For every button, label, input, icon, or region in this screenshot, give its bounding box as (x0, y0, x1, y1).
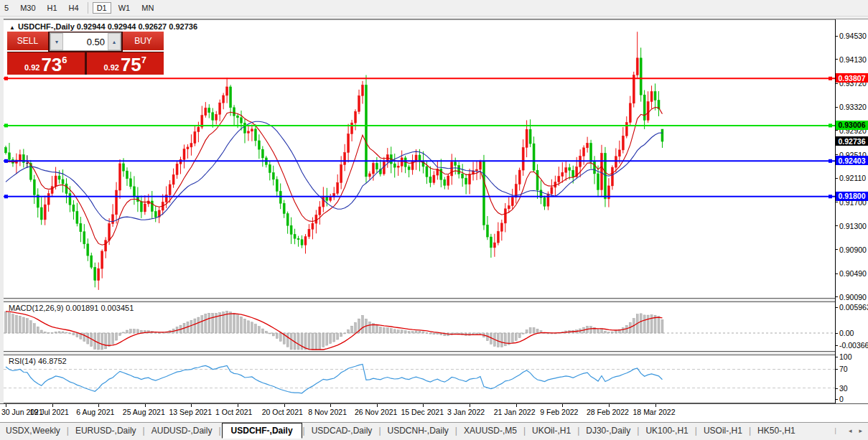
macd-histogram-bar (87, 333, 89, 344)
macd-histogram-bar (386, 328, 388, 333)
price-axis-tick: 0.91300 (839, 222, 867, 230)
hline-handle[interactable] (4, 159, 8, 163)
date-label: 20 Oct 2021 (262, 408, 303, 416)
price-axis-tickmark (835, 296, 838, 297)
symbol-ohlc-text: USDCHF-,Daily 0.92944 0.92944 0.92627 0.… (18, 22, 197, 31)
macd-histogram-bar (422, 332, 424, 333)
toolbar-item-m30[interactable]: M30 (16, 2, 39, 14)
macd-histogram-bar (15, 315, 17, 333)
price-badge: 0.92736 (836, 136, 868, 146)
volume-decrease-button[interactable]: ▾ (50, 33, 63, 50)
hline-handle[interactable] (4, 195, 8, 198)
chart-tab-bar: USDX,Weekly|EURUSD-,Daily|AUDUSD-,Daily|… (0, 422, 868, 439)
date-label: 28 Feb 2022 (587, 408, 629, 416)
toolbar-item-h1[interactable]: H1 (43, 2, 62, 14)
macd-histogram-bar (533, 327, 535, 333)
tab-item-usdcad-daily[interactable]: USDCAD-,Daily (306, 423, 378, 438)
tab-item-audusd-daily[interactable]: AUDUSD-,Daily (146, 423, 218, 438)
hline-handle[interactable] (829, 123, 832, 127)
volume-increase-button[interactable]: ▴ (108, 33, 121, 50)
tab-item-usdcnh-daily[interactable]: USDCNH-,Daily (382, 423, 454, 438)
tab-scroll-left-icon[interactable]: ◂ (849, 427, 852, 434)
macd-histogram-bar (429, 333, 431, 334)
tab-scroll-right-icon[interactable]: ▸ (859, 427, 862, 434)
date-tickmark (330, 404, 331, 407)
rsi-axis-tickmark (835, 357, 838, 357)
macd-histogram-bar (650, 314, 653, 333)
macd-histogram-bar (258, 327, 260, 333)
price-badge: 0.92403 (836, 156, 868, 165)
macd-histogram-bar (347, 329, 350, 333)
rsi-axis-tick: 70 (839, 365, 848, 373)
price-badge: 0.93006 (836, 121, 868, 130)
price-axis-tickmark (835, 225, 838, 226)
buy-price[interactable]: 0.92 75 7 (87, 52, 164, 75)
toolbar-item-h4[interactable]: H4 (65, 2, 83, 14)
macd-histogram-bar (333, 333, 335, 342)
buy-button[interactable]: BUY (123, 32, 164, 52)
macd-histogram-bar (415, 331, 417, 333)
price-axis-tickmark (835, 83, 838, 84)
price-axis-tick: 0.92110 (839, 174, 866, 182)
trade-panel-top-row: SELL ▾ 0.50 ▴ BUY (7, 32, 164, 52)
date-label: 8 Nov 2021 (308, 408, 347, 416)
macd-histogram-bar (251, 322, 253, 333)
tab-item-xauusd-m5[interactable]: XAUUSD-,M5 (458, 423, 523, 438)
hline-handle[interactable] (829, 159, 832, 163)
price-axis-tick: 0.90900 (839, 245, 867, 254)
toolbar-item-d1[interactable]: D1 (93, 2, 111, 14)
toolbar-item-mn[interactable]: MN (137, 2, 158, 14)
macd-histogram-bar (437, 333, 439, 334)
macd-histogram-bar (515, 333, 517, 341)
tab-item-eurusd-daily[interactable]: EURUSD-,Daily (70, 423, 142, 438)
toolbar-item-w1[interactable]: W1 (114, 2, 135, 14)
macd-histogram-bar (383, 327, 385, 333)
tab-item-usdchf-daily[interactable]: USDCHF-,Daily (222, 423, 302, 439)
sell-price-prefix: 0.92 (24, 63, 39, 72)
macd-histogram-bar (33, 324, 35, 333)
macd-histogram-bar (265, 331, 267, 333)
price-axis-tickmark (835, 154, 838, 155)
date-tickmark (98, 404, 99, 407)
price-axis-tickmark (835, 59, 838, 60)
macd-histogram-bar (397, 330, 399, 333)
tab-item-hk50-h1[interactable]: HK50-,H1 (752, 423, 801, 438)
toolbar-item-5[interactable]: 5 (0, 2, 13, 14)
hline-handle[interactable] (4, 123, 8, 127)
date-tickmark (377, 404, 378, 407)
macd-axis-tickmark (835, 333, 838, 334)
macd-histogram-bar (108, 333, 111, 347)
macd-histogram-bar (604, 331, 606, 333)
macd-histogram-bar (597, 329, 599, 333)
macd-histogram-bar (98, 333, 100, 350)
date-label: 18 Mar 2022 (633, 408, 676, 416)
macd-histogram-bar (26, 319, 28, 333)
macd-histogram-bar (133, 329, 135, 333)
sell-button[interactable]: SELL (7, 32, 48, 52)
collapse-triangle-icon[interactable]: ▲ (9, 24, 15, 31)
macd-histogram-bar (129, 329, 131, 333)
macd-histogram-bar (590, 327, 592, 333)
hline-handle[interactable] (829, 195, 832, 198)
tab-item-ukoil-h1[interactable]: UKOil-,H1 (526, 423, 577, 438)
macd-axis-tickmark (835, 345, 838, 346)
date-tickmark (609, 404, 610, 407)
macd-histogram-bar (158, 332, 160, 333)
buy-price-prefix: 0.92 (103, 63, 118, 72)
tab-item-usoil-h1[interactable]: USOil-,H1 (698, 423, 748, 438)
macd-histogram-bar (337, 333, 339, 340)
tab-item-usdx-weekly[interactable]: USDX,Weekly (0, 423, 66, 438)
date-label: 3 Jan 2022 (447, 408, 485, 416)
macd-histogram-bar (658, 317, 660, 333)
candlestick-chart[interactable] (4, 19, 835, 403)
macd-histogram-bar (511, 333, 513, 343)
hline-handle[interactable] (829, 77, 832, 80)
macd-histogram-bar (65, 332, 67, 333)
macd-histogram-bar (640, 314, 642, 333)
timeframe-toolbar: 5M30H1H4D1W1MN (0, 0, 868, 17)
volume-input[interactable]: 0.50 (63, 33, 108, 50)
hline-handle[interactable] (4, 77, 8, 80)
sell-price[interactable]: 0.92 73 6 (7, 52, 85, 75)
tab-item-dj30-daily[interactable]: DJ30-,Daily (580, 423, 636, 438)
tab-item-uk100-h1[interactable]: UK100-,H1 (640, 423, 694, 438)
